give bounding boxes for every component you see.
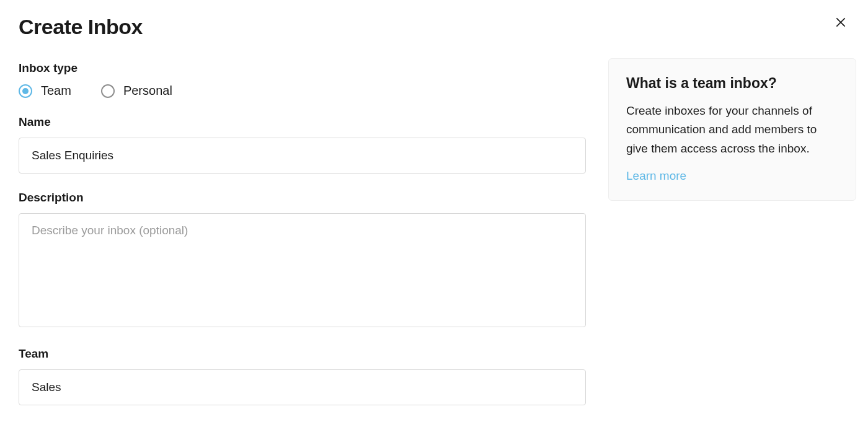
description-field: Description: [19, 191, 586, 330]
radio-label-personal: Personal: [123, 84, 172, 98]
info-panel-title: What is a team inbox?: [626, 75, 838, 92]
description-label: Description: [19, 191, 586, 205]
info-panel: What is a team inbox? Create inboxes for…: [608, 58, 856, 201]
page-title: Create Inbox: [19, 15, 586, 39]
inbox-type-radio-group: Team Personal: [19, 84, 586, 98]
team-select[interactable]: [19, 369, 586, 405]
inbox-type-field: Inbox type Team Personal: [19, 61, 586, 98]
team-field: Team: [19, 347, 586, 405]
description-textarea[interactable]: [19, 213, 586, 327]
name-field: Name: [19, 115, 586, 174]
learn-more-link[interactable]: Learn more: [626, 169, 686, 182]
close-icon: [835, 16, 847, 30]
radio-label-team: Team: [41, 84, 71, 98]
team-label: Team: [19, 347, 586, 361]
close-button[interactable]: [831, 12, 851, 34]
info-panel-body: Create inboxes for your channels of comm…: [626, 102, 838, 158]
name-label: Name: [19, 115, 586, 129]
name-input[interactable]: [19, 138, 586, 174]
radio-selected-icon: [19, 84, 32, 98]
create-inbox-form: Create Inbox Inbox type Team Personal Na…: [19, 15, 586, 423]
inbox-type-label: Inbox type: [19, 61, 586, 75]
radio-unselected-icon: [101, 84, 115, 98]
inbox-type-personal-radio[interactable]: Personal: [101, 84, 172, 98]
inbox-type-team-radio[interactable]: Team: [19, 84, 71, 98]
